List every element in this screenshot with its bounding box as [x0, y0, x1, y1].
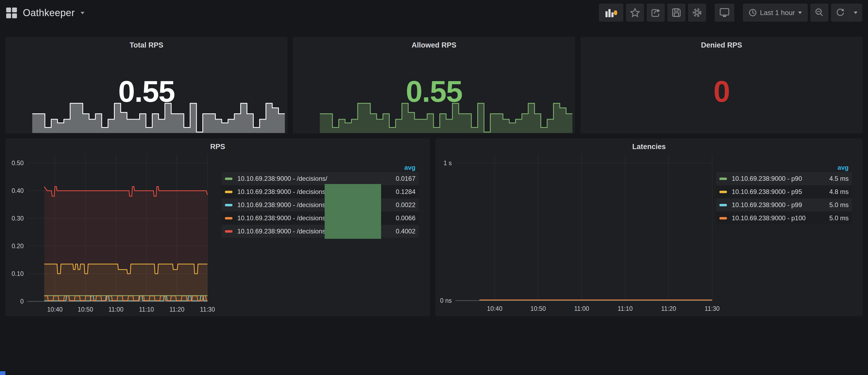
settings-button[interactable]: [688, 4, 706, 22]
series-avg-value: 0.1284: [396, 188, 415, 195]
legend-row[interactable]: 10.10.69.238:9000 - /decisions/0.0022: [222, 198, 419, 211]
series-color-swatch: [225, 217, 232, 219]
bar-chart-plus-icon: [605, 7, 617, 18]
series-avg-value: 4.8 ms: [829, 188, 849, 195]
svg-text:11:00: 11:00: [108, 306, 123, 313]
refresh-caret-icon: [854, 11, 858, 14]
legend-row[interactable]: 10.10.69.238:9000 - p954.8 ms: [716, 185, 852, 198]
panel-title[interactable]: Latencies: [435, 143, 863, 151]
star-icon: [630, 8, 640, 18]
time-picker-caret-icon: [798, 11, 802, 14]
svg-text:0: 0: [20, 298, 24, 305]
series-color-swatch: [225, 178, 232, 180]
svg-text:11:20: 11:20: [169, 306, 185, 313]
clock-icon: [749, 9, 757, 17]
refresh-icon: [835, 8, 845, 18]
rps-legend: avg 10.10.69.238:9000 - /decisions/0.016…: [222, 163, 419, 238]
series-name[interactable]: 10.10.69.238:9000 - p95: [732, 188, 829, 195]
series-color-swatch: [719, 178, 727, 180]
series-name[interactable]: 10.10.69.238:9000 - p90: [732, 175, 829, 182]
svg-text:10:40: 10:40: [47, 306, 63, 313]
svg-text:10:50: 10:50: [530, 305, 546, 312]
sparkline: [320, 101, 572, 133]
legend-row[interactable]: 10.10.69.238:9000 - /decisions/0.4002: [222, 225, 419, 238]
panel-allowed-rps: Allowed RPS 0.55: [293, 37, 575, 133]
share-button[interactable]: [647, 4, 664, 22]
gear-icon: [692, 7, 703, 18]
green-overlay-rectangle: [324, 184, 381, 239]
star-button[interactable]: [626, 4, 644, 22]
time-picker-button[interactable]: Last 1 hour: [743, 4, 808, 22]
svg-text:11:10: 11:10: [618, 305, 632, 312]
legend-avg-header[interactable]: avg: [716, 163, 852, 172]
save-button[interactable]: [668, 4, 685, 22]
panel-title[interactable]: Denied RPS: [581, 41, 863, 50]
svg-text:11:20: 11:20: [661, 305, 676, 312]
legend-rows: 10.10.69.238:9000 - p904.5 ms10.10.69.23…: [716, 172, 852, 225]
panel-latencies-graph: 0 ns1 s10:4010:5011:0011:1011:2011:30 La…: [435, 138, 863, 316]
series-avg-value: 0.4002: [396, 227, 415, 235]
panel-total-rps: Total RPS 0.55: [5, 37, 287, 133]
series-color-swatch: [719, 204, 727, 206]
toolbar: Last 1 hour: [599, 4, 862, 22]
cycle-view-button[interactable]: [715, 4, 734, 22]
series-avg-value: 5.0 ms: [829, 214, 849, 222]
refresh-interval-button[interactable]: [849, 4, 862, 21]
svg-text:0.50: 0.50: [11, 160, 24, 166]
panel-title[interactable]: Total RPS: [5, 41, 287, 50]
latencies-legend: avg 10.10.69.238:9000 - p904.5 ms10.10.6…: [716, 163, 852, 225]
tv-icon: [719, 7, 730, 18]
zoom-out-button[interactable]: [810, 4, 828, 22]
series-avg-value: 0.0022: [396, 201, 415, 209]
refresh-button-group: [831, 4, 862, 22]
series-color-swatch: [719, 191, 727, 193]
svg-text:10:40: 10:40: [487, 305, 502, 312]
panel-denied-rps: Denied RPS 0: [581, 37, 863, 133]
legend-avg-header[interactable]: avg: [222, 163, 419, 172]
panel-title[interactable]: Allowed RPS: [293, 41, 575, 50]
svg-text:0 ns: 0 ns: [440, 297, 452, 304]
legend-row[interactable]: 10.10.69.238:9000 - /decisions/0.1284: [222, 185, 419, 198]
panel-title[interactable]: RPS: [5, 143, 430, 151]
top-navbar: Oathkeeper: [0, 0, 868, 26]
series-avg-value: 4.5 ms: [829, 175, 849, 182]
stat-value: 0: [581, 76, 863, 107]
svg-text:11:30: 11:30: [200, 306, 215, 313]
series-avg-value: 0.0066: [396, 214, 415, 222]
svg-text:1 s: 1 s: [443, 160, 452, 166]
legend-rows: 10.10.69.238:9000 - /decisions/0.016710.…: [222, 172, 419, 238]
legend-row[interactable]: 10.10.69.238:9000 - /decisions/0.0167: [222, 172, 419, 185]
share-icon: [651, 7, 661, 18]
series-name[interactable]: 10.10.69.238:9000 - /decisions/: [237, 175, 396, 182]
time-range-label: Last 1 hour: [760, 9, 795, 17]
svg-text:11:30: 11:30: [705, 305, 720, 312]
svg-text:11:00: 11:00: [574, 305, 589, 312]
series-name[interactable]: 10.10.69.238:9000 - p99: [732, 201, 829, 209]
series-color-swatch: [225, 191, 232, 193]
sparkline: [32, 101, 285, 133]
zoom-out-icon: [814, 7, 825, 18]
refresh-button[interactable]: [832, 4, 849, 21]
dashboard-title-caret-icon[interactable]: [81, 12, 84, 14]
legend-row[interactable]: 10.10.69.238:9000 - /decisions/0.0066: [222, 212, 419, 225]
grid-icon[interactable]: [6, 7, 17, 18]
svg-text:0.10: 0.10: [11, 270, 24, 277]
series-color-swatch: [225, 204, 232, 206]
series-avg-value: 0.0167: [396, 175, 415, 182]
bottom-left-blue-square: [0, 371, 5, 375]
svg-text:10:50: 10:50: [78, 306, 93, 313]
series-avg-value: 5.0 ms: [829, 201, 849, 209]
svg-text:0.40: 0.40: [11, 187, 24, 194]
legend-row[interactable]: 10.10.69.238:9000 - p1005.0 ms: [716, 212, 852, 225]
legend-row[interactable]: 10.10.69.238:9000 - p995.0 ms: [716, 198, 852, 211]
svg-text:0.20: 0.20: [11, 243, 24, 250]
grafana-dashboard: { "nav": { "title": "Oathkeeper", "time_…: [0, 0, 868, 375]
svg-text:11:10: 11:10: [139, 306, 154, 313]
add-panel-button[interactable]: [599, 4, 623, 22]
series-color-swatch: [719, 217, 727, 219]
svg-text:0.30: 0.30: [11, 215, 24, 222]
series-name[interactable]: 10.10.69.238:9000 - p100: [732, 214, 829, 222]
dashboard-title[interactable]: Oathkeeper: [23, 7, 75, 19]
legend-row[interactable]: 10.10.69.238:9000 - p904.5 ms: [716, 172, 852, 185]
save-icon: [672, 8, 681, 18]
